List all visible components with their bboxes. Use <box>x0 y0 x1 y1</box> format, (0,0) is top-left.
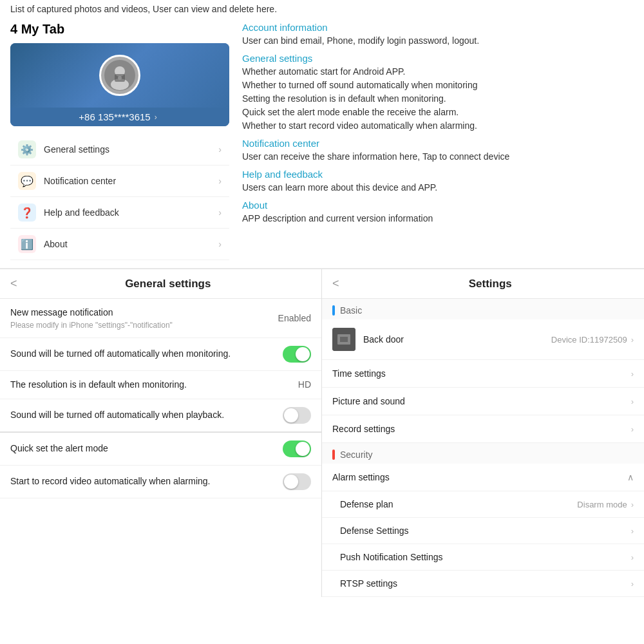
sub-item-defense-settings[interactable]: Defense Settings › <box>322 518 644 544</box>
settings-item-back-door[interactable]: Back door Device ID:11972509 › <box>322 319 644 360</box>
security-indicator <box>332 450 335 460</box>
alarm-settings-header[interactable]: Alarm settings ∧ <box>322 464 644 491</box>
svg-point-4 <box>118 76 122 80</box>
general-settings-text: Whether automatic start for Android APP.… <box>242 65 634 133</box>
about-link[interactable]: About <box>242 200 634 211</box>
time-chevron: › <box>631 369 634 379</box>
sound-playback-toggle[interactable] <box>283 407 311 424</box>
resolution-value: HD <box>298 379 311 390</box>
settings-row-sound-monitoring: Sound will be turned off automatically w… <box>0 338 321 371</box>
sub-item-rtsp[interactable]: RTSP settings › <box>322 571 644 597</box>
sound-monitoring-label: Sound will be turned off automatically w… <box>10 348 283 361</box>
about-text: APP description and current version info… <box>242 212 634 225</box>
record-video-toggle[interactable] <box>283 473 311 490</box>
about-icon: ℹ️ <box>18 235 36 253</box>
help-feedback-icon: ❓ <box>18 204 36 222</box>
defense-settings-chevron: › <box>631 526 634 536</box>
phone-number: +86 135****3615 <box>79 111 150 122</box>
chevron-icon: › <box>218 176 222 186</box>
chevron-icon: › <box>218 144 222 155</box>
rtsp-settings-label: RTSP settings <box>340 578 631 589</box>
menu-label-about: About <box>44 239 218 249</box>
alarm-settings-label: Alarm settings <box>332 472 627 482</box>
security-label: Security <box>340 450 373 460</box>
chevron-icon: › <box>218 207 222 218</box>
menu-label-general-settings: General settings <box>44 144 218 155</box>
alarm-chevron-up-icon: ∧ <box>627 472 634 482</box>
back-door-value: Device ID:11972509 <box>551 335 627 345</box>
intro-text: List of captured photos and videos, User… <box>10 4 277 14</box>
back-button[interactable]: < <box>10 277 17 290</box>
sound-monitoring-toggle[interactable] <box>283 346 311 363</box>
record-settings-label: Record settings <box>332 424 631 434</box>
profile-card: +86 135****3615 › <box>10 43 229 126</box>
picture-sound-chevron: › <box>631 397 634 406</box>
help-feedback-text: Users can learn more about this device a… <box>242 181 634 194</box>
defense-plan-label: Defense plan <box>340 499 577 509</box>
sub-item-defense-plan[interactable]: Defense plan Disarm mode › <box>322 491 644 518</box>
basic-indicator <box>332 305 335 316</box>
record-video-label: Start to record video automatically when… <box>10 475 283 488</box>
avatar <box>99 55 140 96</box>
notification-value: Enabled <box>278 313 311 323</box>
menu-item-help-feedback[interactable]: ❓ Help and feedback › <box>10 197 229 229</box>
general-settings-panel: < General settings New message notificat… <box>0 269 322 597</box>
right-panel-title: Settings <box>347 278 634 290</box>
settings-item-record[interactable]: Record settings › <box>322 415 644 443</box>
defense-plan-value: Disarm mode <box>577 500 627 509</box>
notification-sub: Please modify in iPhone "settings"-"noti… <box>10 321 273 330</box>
profile-arrow-icon: › <box>155 113 157 122</box>
sound-playback-label: Sound will be turned off automatically w… <box>10 409 283 422</box>
settings-row-resolution: The resolution is in default when monito… <box>0 371 321 400</box>
settings-row-alert-mode: Quick set the alert mode <box>0 433 321 466</box>
section-title: 4 My Tab <box>10 22 229 37</box>
notification-center-icon: 💬 <box>18 172 36 190</box>
menu-item-general-settings[interactable]: ⚙️ General settings › <box>10 134 229 166</box>
menu-item-about[interactable]: ℹ️ About › <box>10 229 229 260</box>
resolution-label: The resolution is in default when monito… <box>10 379 293 392</box>
security-section-header: Security <box>322 443 644 464</box>
right-panel-header: < Settings <box>322 269 644 299</box>
notification-center-text: User can receive the share information h… <box>242 150 634 164</box>
svg-rect-7 <box>340 337 348 342</box>
left-panel-header: < General settings <box>0 269 321 299</box>
right-back-button[interactable]: < <box>332 277 339 290</box>
alert-mode-toggle[interactable] <box>283 440 311 457</box>
general-settings-icon: ⚙️ <box>18 140 36 158</box>
account-info-text: User can bind email, Phone, modify login… <box>242 34 634 48</box>
general-settings-link[interactable]: General settings <box>242 53 634 64</box>
back-door-chevron: › <box>631 335 634 345</box>
settings-item-picture-sound[interactable]: Picture and sound › <box>322 388 644 415</box>
chevron-icon: › <box>218 239 222 249</box>
menu-list: ⚙️ General settings › 💬 Notification cen… <box>10 134 229 260</box>
menu-item-notification-center[interactable]: 💬 Notification center › <box>10 166 229 197</box>
notification-label: New message notification <box>10 307 273 319</box>
basic-section-header: Basic <box>322 299 644 319</box>
menu-label-notification-center: Notification center <box>44 176 218 186</box>
basic-label: Basic <box>340 305 362 316</box>
settings-row-notification: New message notification Please modify i… <box>0 299 321 338</box>
left-panel-title: General settings <box>25 278 311 290</box>
settings-row-record-video: Start to record video automatically when… <box>0 466 321 498</box>
push-notification-chevron: › <box>631 553 634 562</box>
back-door-icon <box>332 328 355 351</box>
account-info-link[interactable]: Account information <box>242 22 634 33</box>
defense-settings-label: Defense Settings <box>340 526 631 536</box>
settings-row-sound-playback: Sound will be turned off automatically w… <box>0 399 321 433</box>
alert-mode-label: Quick set the alert mode <box>10 442 283 455</box>
time-settings-label: Time settings <box>332 368 631 379</box>
rtsp-chevron: › <box>631 579 634 589</box>
notification-center-link[interactable]: Notification center <box>242 138 634 149</box>
profile-phone-row[interactable]: +86 135****3615 › <box>10 108 229 126</box>
help-feedback-link[interactable]: Help and feedback <box>242 169 634 180</box>
record-chevron: › <box>631 424 634 434</box>
defense-plan-chevron: › <box>631 500 634 509</box>
push-notification-label: Push Notification Settings <box>340 552 631 562</box>
back-door-label: Back door <box>363 334 551 345</box>
settings-panel: < Settings Basic Back door Device ID:119… <box>322 269 644 597</box>
sub-item-push-notification[interactable]: Push Notification Settings › <box>322 544 644 571</box>
description-panel: Account information User can bind email,… <box>229 22 634 260</box>
menu-label-help-feedback: Help and feedback <box>44 207 218 218</box>
picture-sound-label: Picture and sound <box>332 396 631 406</box>
settings-item-time[interactable]: Time settings › <box>322 360 644 388</box>
